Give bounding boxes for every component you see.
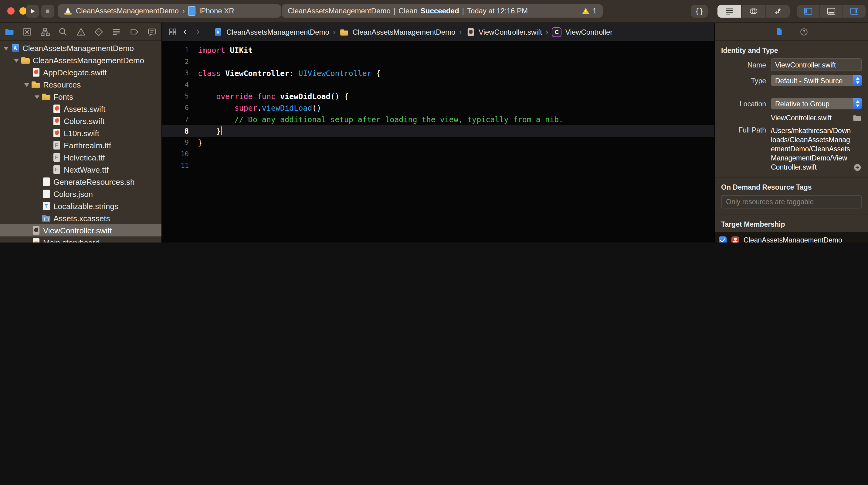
nav-tab-breakpoints[interactable] (129, 26, 139, 37)
code-line[interactable]: 11 (162, 160, 714, 171)
standard-editor-button[interactable] (717, 5, 742, 18)
divider (715, 92, 868, 92)
project-icon: A (213, 27, 222, 36)
location-dropdown[interactable]: Relative to Group (771, 98, 862, 109)
code-line[interactable]: 10 (162, 148, 714, 160)
disclosure-triangle-icon[interactable] (23, 81, 30, 88)
disclosure-spacer (44, 105, 51, 112)
line-number: 7 (162, 115, 189, 123)
line-number: 4 (162, 81, 189, 89)
breadcrumb-item[interactable]: CleanAssetsManagementDemo (353, 28, 456, 36)
tree-row[interactable]: Fonts (0, 90, 161, 103)
help-inspector-tab[interactable] (799, 27, 808, 36)
scheme-selector[interactable]: CleanAssetsManagementDemo › iPhone XR (58, 4, 281, 18)
target-row[interactable]: CleanAssetsManagementDemo (715, 233, 868, 242)
minimize-window-button[interactable] (20, 7, 27, 15)
library-button[interactable]: {} (691, 5, 708, 18)
target-membership-header: Target Membership (721, 221, 862, 228)
code-line[interactable]: 1import UIKit (162, 45, 714, 56)
code-line[interactable]: 5 override func viewDidLoad() { (162, 90, 714, 102)
odr-tags-field[interactable]: Only resources are taggable (721, 195, 862, 208)
nav-tab-find[interactable] (58, 26, 68, 37)
run-button[interactable] (26, 5, 39, 18)
warning-count-badge[interactable]: 1 (582, 7, 597, 15)
source-editor[interactable]: ACleanAssetsManagementDemo›CleanAssetsMa… (162, 23, 714, 242)
tree-row[interactable]: FNextWave.ttf (0, 164, 161, 176)
nav-tab-source-control[interactable] (22, 26, 32, 37)
code-line[interactable]: 8 } (162, 125, 714, 137)
disclosure-spacer (23, 227, 30, 234)
close-window-button[interactable] (7, 7, 14, 15)
disclosure-spacer (44, 166, 51, 173)
back-button[interactable] (182, 28, 189, 36)
navigator-panel: ACleanAssetsManagementDemoCleanAssetsMan… (0, 23, 162, 242)
stop-button[interactable] (41, 5, 54, 18)
assistant-editor-button[interactable] (742, 5, 766, 18)
file-inspector-tab[interactable] (775, 27, 783, 36)
stop-icon (44, 7, 52, 15)
tree-row[interactable]: GenerateResources.sh (0, 176, 161, 188)
code-line[interactable]: 9} (162, 137, 714, 148)
nav-tab-reports[interactable] (147, 26, 157, 37)
code-text: class ViewController: UIViewController { (189, 69, 380, 78)
code-line[interactable]: 3class ViewController: UIViewController … (162, 67, 714, 79)
target-checkbox[interactable] (719, 236, 726, 242)
nav-tab-debug[interactable] (112, 26, 122, 37)
nav-tab-issues[interactable] (75, 26, 86, 37)
disclosure-spacer (44, 154, 51, 161)
choose-location-folder-icon[interactable] (852, 113, 862, 123)
tree-row[interactable]: FEarthrealm.ttf (0, 139, 161, 151)
code-text: } (189, 126, 222, 136)
version-editor-button[interactable] (766, 5, 790, 18)
disclosure-triangle-icon[interactable] (13, 57, 20, 64)
related-items-icon[interactable] (168, 27, 177, 36)
toggle-debug-area-button[interactable] (820, 5, 843, 18)
jump-bar: ACleanAssetsManagementDemo›CleanAssetsMa… (162, 23, 714, 41)
breadcrumb-item[interactable]: ViewController (565, 28, 613, 36)
activity-status-bar[interactable]: CleanAssetsManagementDemo | Clean Succee… (282, 4, 603, 18)
reveal-path-arrow-icon[interactable] (853, 163, 862, 172)
type-dropdown[interactable]: Default - Swift Source (771, 75, 862, 86)
code-line[interactable]: 6 super.viewDidLoad() (162, 102, 714, 114)
disclosure-triangle-icon[interactable] (33, 93, 41, 100)
tree-row[interactable]: Assets.xcassets (0, 212, 161, 224)
inspector-tab-bar (715, 23, 868, 41)
forward-button[interactable] (194, 28, 202, 36)
tree-row[interactable]: Resources (0, 78, 161, 90)
code-line[interactable]: 7 // Do any additional setup after loadi… (162, 114, 714, 125)
tree-item-label: Localizable.strings (54, 201, 118, 210)
nav-tab-project[interactable] (4, 26, 14, 37)
file-icon (41, 177, 51, 187)
nav-tab-tests[interactable] (93, 26, 104, 37)
name-field[interactable]: ViewController.swift (771, 58, 862, 71)
tree-row[interactable]: CleanAssetsManagementDemo (0, 54, 161, 66)
swiftdoc-icon (466, 27, 474, 36)
tree-row[interactable]: Assets.swift (0, 103, 161, 115)
tree-row[interactable]: ViewController.swift (0, 224, 161, 236)
toggle-inspector-button[interactable] (843, 5, 866, 18)
odr-section-header: On Demand Resource Tags (721, 183, 862, 191)
tree-row[interactable]: TLocalizable.strings (0, 200, 161, 212)
tree-item-label: Helvetica.ttf (64, 153, 105, 162)
tree-item-label: NextWave.ttf (64, 165, 108, 174)
code-line[interactable]: 2 (162, 56, 714, 67)
toggle-navigator-button[interactable] (797, 5, 820, 18)
disclosure-spacer (44, 130, 51, 137)
tree-row[interactable]: Main.storyboard (0, 236, 161, 242)
tree-item-label: Main.storyboard (43, 238, 99, 242)
xcassets-icon (41, 213, 51, 223)
nav-tab-symbols[interactable] (40, 26, 51, 37)
tree-row[interactable]: L10n.swift (0, 127, 161, 139)
tree-row[interactable]: FHelvetica.ttf (0, 151, 161, 164)
tree-row[interactable]: AppDelegate.swift (0, 66, 161, 78)
tree-row[interactable]: ACleanAssetsManagementDemo (0, 42, 161, 54)
breadcrumb-item[interactable]: ViewController.swift (478, 28, 542, 36)
code-area[interactable]: 1import UIKit23class ViewController: UIV… (162, 41, 714, 171)
disclosure-triangle-icon[interactable] (2, 45, 10, 52)
breadcrumb-item[interactable]: CleanAssetsManagementDemo (226, 28, 329, 36)
code-line[interactable]: 4 (162, 79, 714, 90)
tree-row[interactable]: Colors.json (0, 188, 161, 200)
tree-item-label: AppDelegate.swift (43, 68, 107, 77)
tree-row[interactable]: Colors.swift (0, 115, 161, 127)
target-label: CleanAssetsManagementDemo (744, 236, 842, 242)
